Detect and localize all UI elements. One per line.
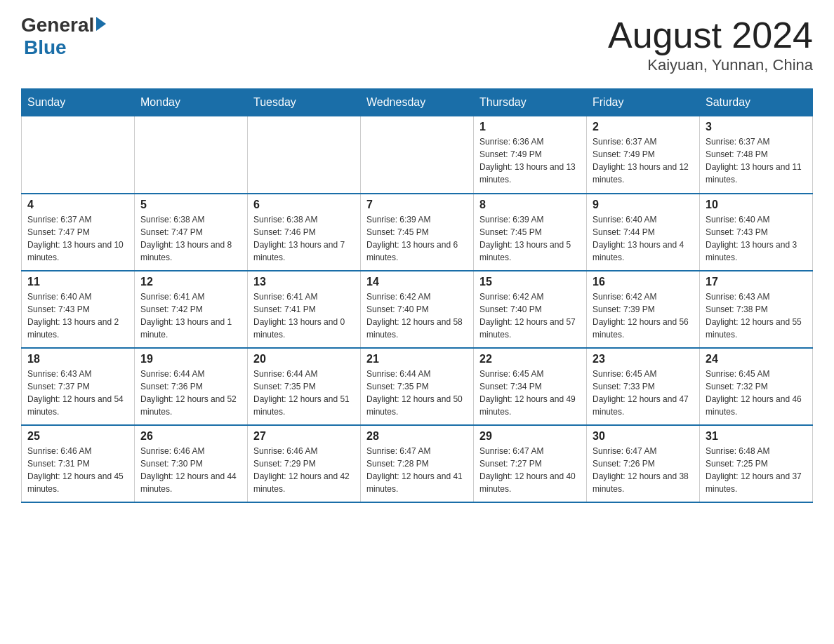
- calendar-cell: 6Sunrise: 6:38 AM Sunset: 7:46 PM Daylig…: [248, 194, 361, 271]
- day-number: 29: [479, 430, 581, 443]
- title-section: August 2024 Kaiyuan, Yunnan, China: [608, 14, 813, 74]
- day-number: 5: [140, 199, 241, 211]
- day-info: Sunrise: 6:37 AM Sunset: 7:48 PM Dayligh…: [706, 135, 807, 186]
- day-info: Sunrise: 6:41 AM Sunset: 7:41 PM Dayligh…: [253, 290, 355, 341]
- day-info: Sunrise: 6:40 AM Sunset: 7:43 PM Dayligh…: [706, 213, 807, 264]
- calendar-cell: 18Sunrise: 6:43 AM Sunset: 7:37 PM Dayli…: [22, 348, 135, 425]
- calendar-cell: 12Sunrise: 6:41 AM Sunset: 7:42 PM Dayli…: [135, 271, 248, 348]
- page-header: General Blue August 2024 Kaiyuan, Yunnan…: [21, 14, 813, 74]
- calendar-cell: [135, 116, 248, 194]
- calendar-week-row: 18Sunrise: 6:43 AM Sunset: 7:37 PM Dayli…: [22, 348, 813, 425]
- day-number: 25: [27, 430, 128, 443]
- day-number: 7: [366, 199, 468, 211]
- calendar-cell: 15Sunrise: 6:42 AM Sunset: 7:40 PM Dayli…: [474, 271, 587, 348]
- weekday-header-thursday: Thursday: [474, 89, 587, 116]
- day-info: Sunrise: 6:46 AM Sunset: 7:31 PM Dayligh…: [27, 445, 128, 495]
- day-number: 22: [479, 353, 581, 365]
- calendar-cell: 8Sunrise: 6:39 AM Sunset: 7:45 PM Daylig…: [474, 194, 587, 271]
- weekday-header-sunday: Sunday: [22, 89, 135, 116]
- calendar-cell: 28Sunrise: 6:47 AM Sunset: 7:28 PM Dayli…: [361, 425, 474, 502]
- day-number: 20: [253, 353, 355, 365]
- calendar-header-row: SundayMondayTuesdayWednesdayThursdayFrid…: [22, 89, 813, 116]
- day-number: 17: [706, 276, 807, 288]
- calendar-cell: 17Sunrise: 6:43 AM Sunset: 7:38 PM Dayli…: [700, 271, 813, 348]
- day-number: 12: [140, 276, 241, 288]
- day-number: 9: [593, 199, 694, 211]
- calendar-cell: 27Sunrise: 6:46 AM Sunset: 7:29 PM Dayli…: [248, 425, 361, 502]
- day-number: 10: [706, 199, 807, 211]
- calendar-week-row: 25Sunrise: 6:46 AM Sunset: 7:31 PM Dayli…: [22, 425, 813, 502]
- calendar-cell: 13Sunrise: 6:41 AM Sunset: 7:41 PM Dayli…: [248, 271, 361, 348]
- day-info: Sunrise: 6:45 AM Sunset: 7:33 PM Dayligh…: [593, 368, 694, 418]
- calendar-cell: 1Sunrise: 6:36 AM Sunset: 7:49 PM Daylig…: [474, 116, 587, 194]
- day-number: 23: [593, 353, 694, 365]
- calendar-cell: 20Sunrise: 6:44 AM Sunset: 7:35 PM Dayli…: [248, 348, 361, 425]
- day-number: 31: [706, 430, 807, 443]
- calendar-cell: 21Sunrise: 6:44 AM Sunset: 7:35 PM Dayli…: [361, 348, 474, 425]
- calendar-cell: 7Sunrise: 6:39 AM Sunset: 7:45 PM Daylig…: [361, 194, 474, 271]
- day-info: Sunrise: 6:44 AM Sunset: 7:35 PM Dayligh…: [366, 368, 468, 418]
- day-info: Sunrise: 6:47 AM Sunset: 7:26 PM Dayligh…: [593, 445, 694, 495]
- weekday-header-tuesday: Tuesday: [248, 89, 361, 116]
- day-info: Sunrise: 6:47 AM Sunset: 7:27 PM Dayligh…: [479, 445, 581, 495]
- day-info: Sunrise: 6:42 AM Sunset: 7:39 PM Dayligh…: [593, 290, 694, 341]
- calendar-week-row: 11Sunrise: 6:40 AM Sunset: 7:43 PM Dayli…: [22, 271, 813, 348]
- day-number: 4: [27, 199, 128, 211]
- day-number: 27: [253, 430, 355, 443]
- day-number: 15: [479, 276, 581, 288]
- day-info: Sunrise: 6:37 AM Sunset: 7:49 PM Dayligh…: [593, 135, 694, 186]
- calendar-cell: 16Sunrise: 6:42 AM Sunset: 7:39 PM Dayli…: [587, 271, 700, 348]
- month-title: August 2024: [608, 14, 813, 56]
- day-info: Sunrise: 6:41 AM Sunset: 7:42 PM Dayligh…: [140, 290, 241, 341]
- weekday-header-wednesday: Wednesday: [361, 89, 474, 116]
- calendar-cell: 11Sunrise: 6:40 AM Sunset: 7:43 PM Dayli…: [22, 271, 135, 348]
- calendar-cell: 31Sunrise: 6:48 AM Sunset: 7:25 PM Dayli…: [700, 425, 813, 502]
- calendar-cell: 24Sunrise: 6:45 AM Sunset: 7:32 PM Dayli…: [700, 348, 813, 425]
- calendar-cell: 23Sunrise: 6:45 AM Sunset: 7:33 PM Dayli…: [587, 348, 700, 425]
- calendar-cell: 29Sunrise: 6:47 AM Sunset: 7:27 PM Dayli…: [474, 425, 587, 502]
- calendar-table: SundayMondayTuesdayWednesdayThursdayFrid…: [21, 88, 813, 503]
- day-info: Sunrise: 6:39 AM Sunset: 7:45 PM Dayligh…: [479, 213, 581, 264]
- calendar-cell: 22Sunrise: 6:45 AM Sunset: 7:34 PM Dayli…: [474, 348, 587, 425]
- calendar-cell: 19Sunrise: 6:44 AM Sunset: 7:36 PM Dayli…: [135, 348, 248, 425]
- day-info: Sunrise: 6:36 AM Sunset: 7:49 PM Dayligh…: [479, 135, 581, 186]
- calendar-cell: 10Sunrise: 6:40 AM Sunset: 7:43 PM Dayli…: [700, 194, 813, 271]
- day-number: 1: [479, 121, 581, 133]
- day-info: Sunrise: 6:38 AM Sunset: 7:46 PM Dayligh…: [253, 213, 355, 264]
- weekday-header-saturday: Saturday: [700, 89, 813, 116]
- day-number: 26: [140, 430, 241, 443]
- weekday-header-friday: Friday: [587, 89, 700, 116]
- day-number: 21: [366, 353, 468, 365]
- day-number: 14: [366, 276, 468, 288]
- logo-arrow-icon: [96, 17, 106, 31]
- calendar-week-row: 1Sunrise: 6:36 AM Sunset: 7:49 PM Daylig…: [22, 116, 813, 194]
- day-info: Sunrise: 6:42 AM Sunset: 7:40 PM Dayligh…: [479, 290, 581, 341]
- day-info: Sunrise: 6:44 AM Sunset: 7:36 PM Dayligh…: [140, 368, 241, 418]
- logo: General Blue: [21, 14, 106, 59]
- day-info: Sunrise: 6:43 AM Sunset: 7:38 PM Dayligh…: [706, 290, 807, 341]
- day-number: 8: [479, 199, 581, 211]
- day-info: Sunrise: 6:40 AM Sunset: 7:44 PM Dayligh…: [593, 213, 694, 264]
- day-number: 13: [253, 276, 355, 288]
- calendar-cell: 5Sunrise: 6:38 AM Sunset: 7:47 PM Daylig…: [135, 194, 248, 271]
- day-number: 16: [593, 276, 694, 288]
- calendar-cell: 25Sunrise: 6:46 AM Sunset: 7:31 PM Dayli…: [22, 425, 135, 502]
- location: Kaiyuan, Yunnan, China: [608, 56, 813, 74]
- logo-blue-text: Blue: [24, 36, 106, 59]
- day-info: Sunrise: 6:40 AM Sunset: 7:43 PM Dayligh…: [27, 290, 128, 341]
- calendar-cell: 3Sunrise: 6:37 AM Sunset: 7:48 PM Daylig…: [700, 116, 813, 194]
- calendar-cell: [22, 116, 135, 194]
- calendar-cell: 30Sunrise: 6:47 AM Sunset: 7:26 PM Dayli…: [587, 425, 700, 502]
- logo-general-text: General: [21, 14, 94, 36]
- day-number: 18: [27, 353, 128, 365]
- day-number: 28: [366, 430, 468, 443]
- day-number: 11: [27, 276, 128, 288]
- day-info: Sunrise: 6:39 AM Sunset: 7:45 PM Dayligh…: [366, 213, 468, 264]
- day-info: Sunrise: 6:45 AM Sunset: 7:34 PM Dayligh…: [479, 368, 581, 418]
- day-number: 19: [140, 353, 241, 365]
- day-info: Sunrise: 6:44 AM Sunset: 7:35 PM Dayligh…: [253, 368, 355, 418]
- day-info: Sunrise: 6:46 AM Sunset: 7:29 PM Dayligh…: [253, 445, 355, 495]
- day-number: 30: [593, 430, 694, 443]
- day-info: Sunrise: 6:48 AM Sunset: 7:25 PM Dayligh…: [706, 445, 807, 495]
- calendar-cell: [248, 116, 361, 194]
